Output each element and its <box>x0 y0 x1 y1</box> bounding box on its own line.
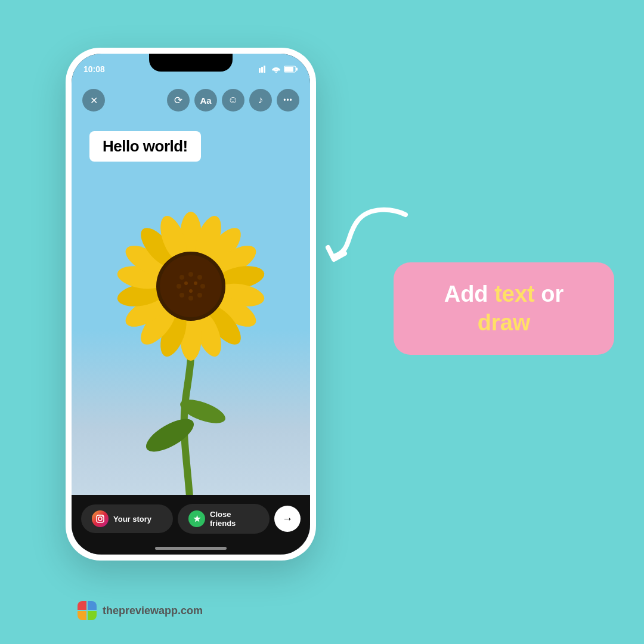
music-icon: ♪ <box>258 94 264 106</box>
svg-point-22 <box>179 275 184 280</box>
svg-point-24 <box>197 275 202 280</box>
send-icon: → <box>282 513 293 525</box>
svg-point-25 <box>200 284 205 289</box>
status-icons <box>259 66 298 73</box>
svg-point-31 <box>194 281 197 285</box>
story-toolbar: ✕ ⟳ Aa ☺ ♪ <box>72 83 310 117</box>
svg-rect-33 <box>259 68 261 73</box>
svg-point-36 <box>275 72 277 73</box>
svg-point-28 <box>179 293 184 298</box>
svg-rect-38 <box>284 67 293 72</box>
phone: 10:08 <box>66 48 316 561</box>
svg-point-27 <box>188 296 193 301</box>
badge-highlight-text: text <box>494 281 535 306</box>
your-story-button[interactable]: Your story <box>81 504 173 533</box>
svg-point-26 <box>197 293 202 298</box>
notch <box>149 54 233 72</box>
svg-rect-35 <box>264 66 265 73</box>
watermark-logo <box>78 601 97 620</box>
badge-text-add: Add <box>444 281 494 306</box>
face-effect-icon: ⟳ <box>174 94 182 107</box>
logo-q4 <box>88 611 97 620</box>
badge-text-line1: Add text or <box>415 280 593 309</box>
svg-point-21 <box>160 255 222 317</box>
text-button[interactable]: Aa <box>194 89 217 112</box>
watermark: thepreviewapp.com <box>78 601 203 620</box>
logo-q1 <box>78 601 86 610</box>
star-icon: ★ <box>193 514 201 524</box>
badge-text-or: or <box>535 281 564 306</box>
your-story-label: Your story <box>113 515 151 524</box>
close-icon: ✕ <box>90 95 98 106</box>
logo-q2 <box>88 601 97 610</box>
sticker-button[interactable]: ☺ <box>222 89 244 112</box>
status-time: 10:08 <box>83 64 105 74</box>
scene: 10:08 <box>0 0 644 644</box>
phone-wrapper: 10:08 <box>66 48 316 561</box>
annotation-badge: Add text or draw <box>394 262 614 355</box>
watermark-text: thepreviewapp.com <box>103 605 203 617</box>
arrow-graphic <box>322 197 411 268</box>
text-icon: Aa <box>200 95 211 106</box>
badge-draw-text: draw <box>478 310 531 335</box>
story-content <box>72 54 310 555</box>
svg-rect-39 <box>296 68 298 71</box>
svg-point-23 <box>188 272 193 277</box>
close-button[interactable]: ✕ <box>82 89 105 112</box>
phone-inner: 10:08 <box>72 54 310 555</box>
home-indicator <box>155 547 227 550</box>
svg-point-42 <box>102 516 103 518</box>
instagram-icon <box>92 510 109 527</box>
svg-point-41 <box>98 517 102 521</box>
story-text-content: Hello world! <box>103 137 188 155</box>
badge-text-line2: draw <box>415 309 593 338</box>
send-button[interactable]: → <box>274 506 301 532</box>
svg-point-30 <box>184 281 188 285</box>
sunflower-image <box>72 155 310 513</box>
svg-point-29 <box>177 284 181 289</box>
close-friends-label: Close friends <box>210 510 259 528</box>
svg-point-32 <box>189 289 193 293</box>
story-text-overlay[interactable]: Hello world! <box>89 131 201 162</box>
svg-rect-40 <box>97 515 104 522</box>
more-icon: ••• <box>283 96 293 104</box>
more-button[interactable]: ••• <box>277 89 299 112</box>
face-effect-button[interactable]: ⟳ <box>167 89 190 112</box>
toolbar-right: ⟳ Aa ☺ ♪ ••• <box>167 89 299 112</box>
music-button[interactable]: ♪ <box>249 89 272 112</box>
story-bottom-bar: Your story ★ Close friends → <box>72 495 310 555</box>
close-friends-button[interactable]: ★ Close friends <box>178 504 270 534</box>
close-friends-icon: ★ <box>188 510 205 527</box>
svg-point-0 <box>141 413 199 458</box>
logo-q3 <box>78 611 86 620</box>
svg-rect-34 <box>261 67 263 73</box>
sticker-icon: ☺ <box>228 94 238 106</box>
